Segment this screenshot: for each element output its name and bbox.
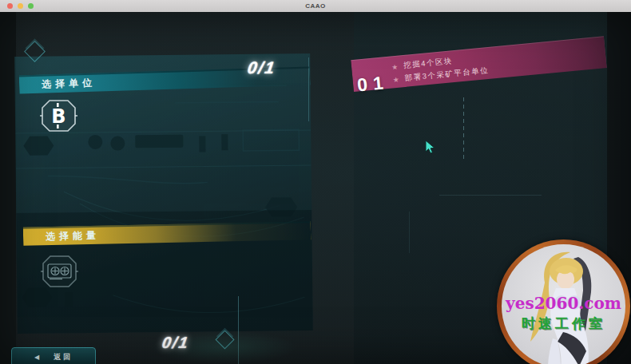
bitcoin-icon: B [51,103,65,129]
window-controls [7,3,34,9]
accent-line [439,195,542,196]
accent-line [238,296,239,364]
unit-counter: 0/1 [246,58,277,77]
maximize-button[interactable] [28,3,34,9]
back-arrow-icon: ◀ [34,354,39,361]
star-icon: ★ [391,62,399,71]
watermark-image: yes2060.com 时速工作室 [502,244,625,364]
game-screen: 选择单位 0/1 B 选择能量 0/1 [0,12,631,364]
left-margin [0,12,16,364]
accent-dashed-line [463,97,464,160]
watermark-studio-text: 时速工作室 [502,315,625,333]
diamond-icon [215,330,234,349]
selection-panel [14,53,313,334]
app-window: CAAO [0,0,631,364]
back-button-label: 返回 [54,352,73,362]
back-button[interactable]: ◀ 返回 [11,347,96,364]
close-button[interactable] [7,3,13,9]
gpu-energy-button[interactable] [41,254,78,289]
cursor-arrow-icon [424,140,437,155]
minimize-button[interactable] [18,3,23,9]
accent-line [409,212,410,253]
unit-section-title: 选择单位 [42,77,96,92]
energy-section-title: 选择能量 [46,229,100,243]
energy-counter: 0/1 [161,334,190,352]
bitcoin-unit-button[interactable]: B [40,98,77,133]
watermark-badge: yes2060.com 时速工作室 [497,239,630,364]
star-icon: ★ [392,75,399,84]
quest-objectives: ★ 挖掘4个区块 ★ 部署3个采矿平台单位 [391,53,490,85]
quest-number: 01 [356,72,390,97]
svg-text:B: B [51,105,65,128]
titlebar: CAAO [0,0,631,12]
window-title: CAAO [0,2,631,10]
watermark-site-text: yes2060.com [502,294,625,313]
